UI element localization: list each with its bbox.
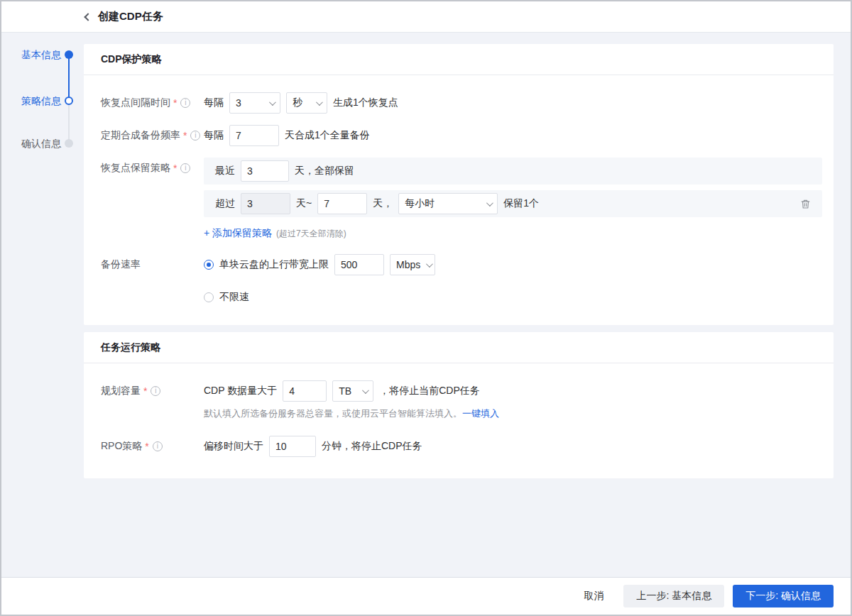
capacity-input[interactable] — [289, 385, 320, 397]
step-dot-done-icon — [65, 50, 73, 59]
required-asterisk: * — [183, 130, 187, 141]
step-confirm-info[interactable]: 确认信息 — [1, 137, 61, 150]
prev-step-button[interactable]: 上一步: 基本信息 — [623, 585, 724, 607]
rule2-sep1: 天~ — [296, 197, 312, 210]
rpo-policy-row: RPO策略 * 偏移时间大于 分钟，将停止CDP任务 — [101, 436, 822, 457]
chevron-down-icon — [362, 387, 369, 394]
capacity-prefix: CDP 数据量大于 — [204, 385, 277, 397]
card-title: CDP保护策略 — [101, 53, 162, 66]
chevron-down-icon — [426, 260, 433, 268]
radio-selected-icon[interactable] — [204, 260, 214, 270]
backup-rate-row: 备份速率 单块云盘的上行带宽上限 Mbps — [101, 254, 822, 304]
page-title: 创建CDP任务 — [98, 10, 163, 23]
trash-icon — [800, 199, 811, 209]
backup-rate-label: 备份速率 — [101, 254, 204, 271]
rate-limit-option: 单块云盘的上行带宽上限 Mbps — [204, 254, 822, 275]
add-retention-rule-row: + 添加保留策略 (超过7天全部清除) — [204, 227, 822, 240]
step-basic-info[interactable]: 基本信息 — [1, 48, 61, 61]
info-icon[interactable] — [180, 98, 190, 108]
rate-unit-select[interactable]: Mbps — [390, 254, 435, 275]
main-column: CDP保护策略 恢复点间隔时间 * 每隔 — [84, 33, 851, 577]
selected-value: 3 — [236, 97, 241, 109]
required-asterisk: * — [173, 97, 177, 109]
step-dot-pending-icon — [65, 139, 73, 148]
capacity-unit-select[interactable]: TB — [332, 380, 373, 402]
one-click-fill-link[interactable]: 一键填入 — [462, 408, 499, 419]
interval-unit-select[interactable]: 秒 — [286, 92, 327, 114]
rule1-days-input[interactable] — [247, 165, 283, 177]
rule2-suffix: 保留1个 — [503, 197, 539, 210]
label-text: 规划容量 — [101, 385, 141, 397]
rate-unlimited-option: 不限速 — [204, 291, 822, 304]
selected-value: 每小时 — [405, 197, 435, 210]
next-step-button[interactable]: 下一步: 确认信息 — [733, 585, 834, 607]
chevron-down-icon — [269, 99, 276, 106]
required-asterisk: * — [143, 385, 147, 397]
rule2-from-input[interactable] — [247, 198, 284, 209]
chevron-left-icon — [84, 13, 92, 21]
rpo-prefix: 偏移时间大于 — [204, 440, 263, 453]
task-running-card-header: 任务运行策略 — [84, 332, 834, 363]
chevron-down-icon — [316, 99, 323, 106]
info-icon[interactable] — [180, 163, 190, 173]
rpo-suffix: 分钟，将停止CDP任务 — [322, 440, 422, 453]
label-text: 恢复点间隔时间 — [101, 97, 170, 109]
recovery-interval-label: 恢复点间隔时间 * — [101, 92, 204, 109]
step-policy-info[interactable]: 策略信息 — [1, 94, 61, 107]
info-icon[interactable] — [153, 441, 163, 451]
synth-days-input-box — [229, 125, 279, 146]
synth-days-input[interactable] — [236, 130, 273, 141]
rate-value-input-box — [334, 254, 384, 275]
info-icon[interactable] — [151, 386, 160, 396]
planned-capacity-label: 规划容量 * — [101, 380, 204, 397]
backup-rate-content: 单块云盘的上行带宽上限 Mbps — [204, 254, 822, 304]
delete-rule-button[interactable] — [800, 199, 811, 209]
capacity-helper: 默认填入所选备份服务器总容量，或使用云平台智能算法填入。一键填入 — [204, 407, 822, 420]
rate-unlimited-option-label: 不限速 — [219, 291, 249, 304]
label-text: 恢复点保留策略 — [101, 162, 170, 175]
cdp-protection-card-body: 恢复点间隔时间 * 每隔 3 — [84, 75, 834, 325]
rpo-policy-content: 偏移时间大于 分钟，将停止CDP任务 — [204, 436, 822, 457]
interval-prefix: 每隔 — [204, 97, 224, 109]
selected-value: 秒 — [293, 97, 302, 109]
back-button[interactable]: 创建CDP任务 — [85, 10, 163, 23]
info-icon[interactable] — [190, 131, 200, 141]
synth-frequency-label: 定期合成备份频率 * — [101, 125, 204, 142]
required-asterisk: * — [145, 441, 148, 452]
rule2-sep2: 天， — [373, 197, 393, 210]
interval-value-select[interactable]: 3 — [229, 92, 280, 114]
task-running-card: 任务运行策略 规划容量 * CDP 数据量大于 — [84, 332, 834, 478]
radio-unselected-icon[interactable] — [204, 292, 214, 302]
chevron-down-icon — [486, 199, 493, 207]
synth-suffix: 天合成1个全量备份 — [285, 129, 370, 142]
step-connector-idle — [68, 101, 70, 143]
recovery-interval-row: 恢复点间隔时间 * 每隔 3 — [101, 92, 822, 114]
create-cdp-task-page: 创建CDP任务 基本信息 策略信息 确认信息 CDP保护策略 — [0, 0, 852, 616]
cdp-protection-card-header: CDP保护策略 — [84, 44, 834, 75]
card-title: 任务运行策略 — [101, 341, 160, 354]
add-link-label: 添加保留策略 — [212, 227, 272, 238]
capacity-input-box — [283, 380, 327, 402]
plus-icon: + — [204, 227, 209, 238]
rate-value-input[interactable] — [341, 259, 378, 270]
step-nav: 基本信息 策略信息 确认信息 — [1, 33, 84, 577]
rpo-input-box — [269, 436, 316, 457]
step-dot-current-icon — [65, 97, 73, 105]
rule2-granularity-select[interactable]: 每小时 — [398, 193, 498, 214]
rule2-prefix: 超过 — [215, 197, 235, 210]
label-text: 定期合成备份频率 — [101, 129, 180, 142]
content-area: 基本信息 策略信息 确认信息 CDP保护策略 恢复点间隔时间 * — [1, 33, 851, 577]
rule2-to-input-box — [317, 193, 367, 214]
recovery-interval-content: 每隔 3 秒 生成1个恢复点 — [204, 92, 822, 114]
rule2-to-input[interactable] — [324, 198, 361, 209]
rpo-input[interactable] — [275, 441, 310, 452]
synth-frequency-content: 每隔 天合成1个全量备份 — [204, 125, 822, 146]
add-retention-rule-link[interactable]: + 添加保留策略 — [204, 227, 272, 240]
step-connector-active — [68, 55, 70, 101]
rule1-days-input-box — [241, 160, 289, 182]
rpo-policy-label: RPO策略 * — [101, 436, 204, 453]
cancel-button[interactable]: 取消 — [574, 585, 613, 607]
selected-value: Mbps — [396, 259, 420, 270]
label-text: RPO策略 — [101, 440, 142, 453]
rule2-from-input-box — [241, 193, 290, 214]
